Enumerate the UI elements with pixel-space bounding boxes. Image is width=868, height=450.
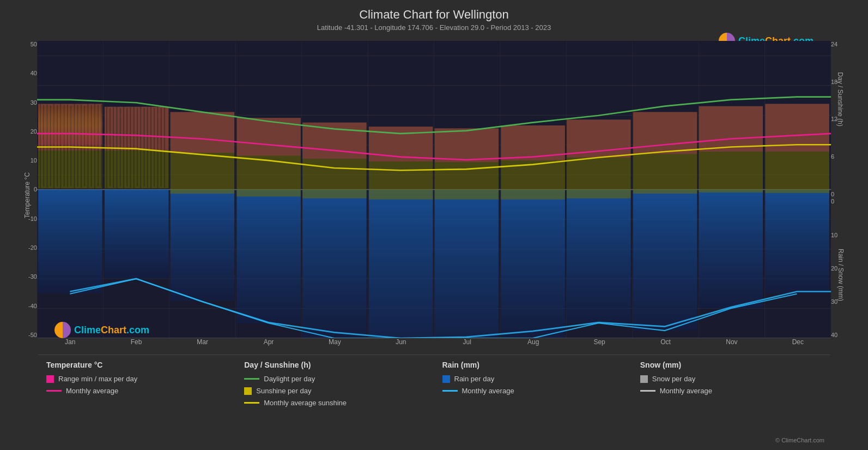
- svg-rect-36: [765, 190, 829, 293]
- legend: Temperature °C Range min / max per day M…: [38, 355, 830, 450]
- svg-rect-88: [60, 103, 62, 189]
- svg-rect-111: [140, 107, 141, 189]
- svg-rect-59: [38, 104, 102, 150]
- svg-rect-27: [171, 190, 235, 301]
- y-axis-right-rain: 0 10 20 30 40: [831, 198, 853, 338]
- legend-col-temperature: Temperature °C Range min / max per day M…: [38, 361, 236, 450]
- legend-col2-title: Day / Sunshine (h): [244, 361, 426, 369]
- page-wrapper: Climate Chart for Wellington Latitude -4…: [0, 0, 868, 450]
- svg-rect-71: [435, 128, 499, 162]
- legend-item-temp-avg: Monthly average: [46, 387, 228, 395]
- svg-rect-93: [77, 105, 78, 187]
- svg-rect-110: [137, 108, 138, 187]
- svg-rect-107: [126, 108, 128, 187]
- svg-rect-77: [633, 112, 697, 154]
- legend-item-sunshine-avg: Monthly average sunshine: [244, 399, 426, 407]
- svg-rect-109: [133, 107, 135, 189]
- legend-item-snow-bar: Snow per day: [640, 375, 822, 383]
- svg-rect-32: [501, 190, 565, 339]
- legend-col-rain: Rain (mm) Rain per day Monthly average: [434, 361, 632, 450]
- copyright: © ClimeChart.com: [775, 437, 824, 443]
- legend-item-daylight: Daylight per day: [244, 375, 426, 383]
- svg-rect-34: [633, 190, 697, 331]
- legend-label-temp-range: Range min / max per day: [58, 375, 137, 383]
- svg-rect-75: [567, 119, 631, 157]
- subtitle: Latitude -41.301 - Longitude 174.706 - E…: [0, 23, 868, 32]
- svg-rect-26: [105, 190, 169, 279]
- legend-label-snow-avg: Monthly average: [660, 387, 712, 395]
- svg-rect-87: [57, 105, 58, 187]
- svg-rect-100: [101, 104, 102, 187]
- x-axis-labels: Jan Feb Mar Apr May Jun Jul Aug Sep Oct …: [37, 338, 831, 355]
- svg-rect-92: [74, 104, 75, 188]
- legend-item-rain-bar: Rain per day: [442, 375, 624, 383]
- svg-rect-115: [154, 108, 155, 187]
- svg-rect-89: [64, 105, 65, 187]
- logo-icon-bottom: [54, 322, 71, 338]
- legend-label-daylight: Daylight per day: [264, 375, 315, 383]
- sunshine-avg-line-swatch: [244, 402, 259, 404]
- legend-item-rain-avg: Monthly average: [442, 387, 624, 395]
- y-axis-left: 50 40 30 20 10 0 -10 -20 -30 -40 -50: [15, 41, 37, 338]
- legend-col3-title: Rain (mm): [442, 361, 624, 369]
- svg-rect-116: [157, 107, 159, 189]
- svg-rect-113: [147, 107, 148, 188]
- rain-bar-swatch: [442, 375, 450, 383]
- svg-rect-96: [88, 104, 89, 188]
- y-axis-right-sunshine: 24 18 12 6 0: [831, 41, 853, 197]
- svg-rect-82: [40, 104, 41, 188]
- svg-rect-99: [98, 105, 99, 187]
- svg-rect-28: [236, 190, 301, 324]
- snow-avg-line-swatch: [640, 390, 655, 392]
- legend-item-sunshine-bar: Sunshine per day: [244, 387, 426, 395]
- legend-label-rain-bar: Rain per day: [454, 375, 495, 383]
- svg-rect-98: [94, 103, 95, 189]
- snow-bar-swatch: [640, 375, 648, 383]
- rain-avg-line-swatch: [442, 390, 458, 392]
- svg-rect-95: [84, 106, 85, 186]
- legend-col1-title: Temperature °C: [46, 361, 228, 369]
- svg-rect-84: [47, 104, 48, 188]
- svg-rect-35: [699, 190, 763, 309]
- legend-label-temp-avg: Monthly average: [66, 387, 118, 395]
- svg-rect-25: [38, 190, 102, 293]
- svg-rect-105: [120, 108, 121, 187]
- svg-rect-97: [91, 105, 92, 187]
- svg-rect-106: [123, 107, 124, 189]
- temp-range-swatch: [46, 375, 54, 383]
- svg-rect-102: [110, 108, 111, 187]
- daylight-line-swatch: [244, 378, 259, 380]
- legend-label-rain-avg: Monthly average: [462, 387, 514, 395]
- legend-col4-title: Snow (mm): [640, 361, 822, 369]
- svg-rect-94: [81, 104, 82, 188]
- svg-rect-114: [150, 107, 151, 189]
- legend-label-sunshine-bar: Sunshine per day: [256, 387, 311, 395]
- svg-rect-83: [43, 105, 44, 187]
- main-title: Climate Chart for Wellington: [0, 8, 868, 22]
- svg-rect-85: [50, 106, 51, 186]
- logo-bottom: ClimeChart.com: [54, 322, 149, 338]
- svg-rect-91: [70, 106, 71, 186]
- sunshine-bar-swatch: [244, 387, 252, 395]
- legend-item-temp-range: Range min / max per day: [46, 375, 228, 383]
- legend-label-sunshine-avg: Monthly average sunshine: [264, 399, 347, 407]
- temp-avg-line-swatch: [46, 390, 62, 392]
- svg-rect-118: [164, 107, 165, 188]
- svg-rect-112: [144, 108, 145, 187]
- svg-rect-31: [435, 190, 499, 339]
- legend-col-sunshine: Day / Sunshine (h) Daylight per day Suns…: [236, 361, 434, 450]
- svg-rect-90: [67, 104, 68, 187]
- legend-item-snow-avg: Monthly average: [640, 387, 822, 395]
- title-area: Climate Chart for Wellington Latitude -4…: [0, 0, 868, 32]
- svg-rect-29: [302, 190, 367, 339]
- legend-label-snow-bar: Snow per day: [652, 375, 696, 383]
- chart-svg: [37, 41, 831, 338]
- svg-rect-33: [567, 190, 631, 324]
- svg-rect-86: [53, 104, 54, 188]
- svg-rect-79: [699, 106, 763, 152]
- svg-rect-63: [171, 112, 235, 153]
- svg-rect-108: [130, 107, 131, 188]
- logo-text-bottom: ClimeChart.com: [74, 325, 149, 336]
- svg-rect-117: [161, 108, 162, 187]
- svg-rect-61: [105, 107, 169, 151]
